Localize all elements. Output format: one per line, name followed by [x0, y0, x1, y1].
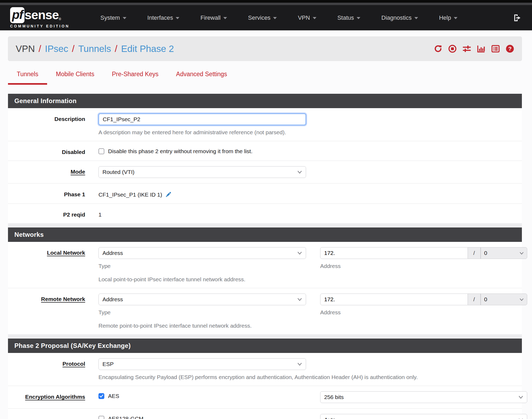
chevron-down-icon	[454, 17, 457, 19]
breadcrumb-separator: /	[72, 43, 75, 54]
menu-firewall[interactable]: Firewall	[200, 14, 227, 21]
window-top-strip-2	[0, 3, 532, 5]
menu-status[interactable]: Status	[337, 14, 360, 21]
aes-checkbox[interactable]	[98, 393, 104, 399]
tab-advanced-settings[interactable]: Advanced Settings	[167, 69, 236, 85]
local-network-address-help: Address	[320, 263, 527, 269]
row-phase1: Phase 1 CF1_IPsec_P1 (IKE ID 1)	[8, 184, 522, 204]
description-input[interactable]	[98, 113, 306, 125]
local-network-type-help: Type	[98, 263, 306, 269]
breadcrumb-link-tunnels[interactable]: Tunnels	[78, 43, 111, 54]
remote-network-prefix-value: 0	[484, 296, 487, 303]
header-shortcut-icons: ?	[434, 44, 514, 53]
logo-registered-mark: ®	[59, 17, 61, 21]
mode-select[interactable]: Routed (VTI)	[98, 166, 306, 178]
navbar-menu: System Interfaces Firewall Services VPN …	[100, 14, 457, 21]
remote-network-address-input[interactable]	[320, 294, 468, 305]
remote-network-slash-addon: /	[468, 294, 481, 305]
menu-system[interactable]: System	[100, 14, 126, 21]
row-local-network: Local Network Address Type Local point-t…	[8, 242, 522, 288]
logo-pf-box: pf	[10, 7, 24, 23]
remote-network-type-help: Type	[98, 309, 306, 316]
refresh-icon[interactable]	[434, 44, 442, 53]
row-protocol: Protocol ESP Encapsulating Security Payl…	[8, 353, 522, 386]
row-mode: Mode Routed (VTI)	[8, 161, 522, 184]
row-p2-reqid: P2 reqid 1	[8, 204, 522, 223]
logo-sense-text: sense	[24, 7, 59, 23]
bar-chart-icon[interactable]	[477, 44, 485, 53]
protocol-label[interactable]: Protocol	[63, 361, 85, 367]
sign-out-icon	[513, 13, 522, 22]
encryption-algorithms-label[interactable]: Encryption Algorithms	[25, 394, 85, 400]
chevron-down-icon	[313, 17, 316, 19]
local-network-address-input[interactable]	[320, 247, 468, 259]
menu-services-label: Services	[248, 14, 270, 21]
breadcrumb-link-edit-phase2[interactable]: Edit Phase 2	[121, 43, 174, 54]
tab-tunnels[interactable]: Tunnels	[8, 69, 47, 85]
page-header-bar: VPN / IPsec / Tunnels / Edit Phase 2	[8, 36, 522, 61]
main-navbar: pf sense ® COMMUNITY EDITION System Inte…	[0, 5, 532, 30]
description-label: Description	[8, 113, 85, 136]
row-disabled: Disabled Disable this phase 2 entry with…	[8, 141, 522, 161]
phase1-label: Phase 1	[8, 189, 85, 198]
protocol-select[interactable]: ESP	[98, 358, 306, 370]
panel-gap	[8, 334, 522, 339]
help-icon[interactable]: ?	[506, 44, 514, 53]
row-description: Description A description may be entered…	[8, 108, 522, 141]
chevron-down-icon	[357, 17, 360, 19]
breadcrumb-link-ipsec[interactable]: IPsec	[45, 43, 68, 54]
aes-checkbox-label: AES	[108, 393, 119, 399]
logout-button[interactable]	[513, 13, 522, 22]
local-network-type-select[interactable]: Address	[98, 247, 306, 259]
row-encryption-aes: Encryption Algorithms AES 256 bits	[8, 386, 522, 409]
aes-keylen-select[interactable]: 256 bits	[320, 391, 527, 403]
local-network-slash-addon: /	[468, 247, 481, 259]
phase1-value: CF1_IPsec_P1 (IKE ID 1)	[98, 192, 162, 198]
tab-mobile-clients[interactable]: Mobile Clients	[47, 69, 103, 85]
edit-pencil-icon[interactable]	[165, 191, 172, 198]
mode-label[interactable]: Mode	[71, 169, 85, 175]
local-network-description: Local point-to-point IPsec interface tun…	[98, 276, 306, 283]
local-network-label[interactable]: Local Network	[47, 250, 85, 256]
local-network-prefix-select[interactable]: 0	[481, 247, 527, 259]
chevron-down-icon	[223, 17, 227, 19]
pfsense-logo[interactable]: pf sense ® COMMUNITY EDITION	[10, 7, 69, 28]
menu-help-label: Help	[439, 14, 451, 21]
stop-circle-icon[interactable]	[448, 44, 457, 53]
sliders-icon[interactable]	[463, 44, 471, 53]
panel-title-proposal: Phase 2 Proposal (SA/Key Exchange)	[8, 339, 522, 353]
description-help: A description may be entered here for ad…	[98, 129, 306, 136]
remote-network-label[interactable]: Remote Network	[41, 296, 85, 302]
mode-select-value: Routed (VTI)	[102, 169, 134, 175]
menu-diagnostics[interactable]: Diagnostics	[381, 14, 418, 21]
aes128gcm-checkbox[interactable]	[98, 416, 104, 419]
menu-help[interactable]: Help	[439, 14, 457, 21]
menu-interfaces[interactable]: Interfaces	[147, 14, 180, 21]
svg-text:?: ?	[508, 46, 512, 52]
protocol-select-value: ESP	[102, 361, 114, 367]
chevron-down-icon	[297, 363, 302, 366]
disabled-checkbox[interactable]	[98, 148, 104, 154]
chevron-down-icon	[297, 251, 302, 255]
tab-pre-shared-keys[interactable]: Pre-Shared Keys	[103, 69, 167, 85]
menu-services[interactable]: Services	[248, 14, 277, 21]
menu-vpn[interactable]: VPN	[298, 14, 316, 21]
breadcrumb-vpn: VPN	[16, 43, 35, 54]
protocol-help: Encapsulating Security Payload (ESP) per…	[98, 374, 522, 380]
local-network-type-value: Address	[102, 250, 123, 256]
log-list-icon[interactable]	[491, 44, 500, 53]
chevron-down-icon	[297, 170, 302, 174]
breadcrumb-separator: /	[39, 43, 41, 54]
main-content: General Information Description A descri…	[8, 94, 522, 419]
chevron-down-icon	[519, 252, 524, 255]
logo-subtitle: COMMUNITY EDITION	[10, 24, 69, 28]
remote-network-address-help: Address	[320, 309, 527, 316]
aes128gcm-keylen-select[interactable]: Auto	[320, 414, 527, 419]
remote-network-prefix-select[interactable]: 0	[481, 294, 527, 305]
menu-vpn-label: VPN	[298, 14, 310, 21]
remote-network-type-select[interactable]: Address	[98, 294, 306, 305]
row-encryption-aes128gcm: AES128-GCM Auto	[8, 409, 522, 419]
panel-phase2-proposal: Phase 2 Proposal (SA/Key Exchange) Proto…	[8, 339, 522, 419]
local-network-prefix-value: 0	[484, 250, 487, 256]
chevron-down-icon	[297, 298, 302, 301]
